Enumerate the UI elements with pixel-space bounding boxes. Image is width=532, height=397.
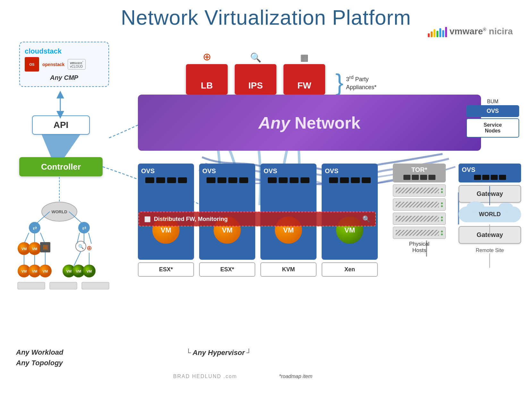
hyp-ovs-4: OVS xyxy=(325,167,338,175)
svg-text:VM: VM xyxy=(87,269,92,273)
hypervisor-name-esx2: ESX* xyxy=(199,262,255,277)
svg-text:VM: VM xyxy=(21,269,27,273)
svg-line-15 xyxy=(89,233,91,244)
svg-point-16 xyxy=(18,242,30,255)
svg-line-10 xyxy=(24,233,29,244)
svg-point-6 xyxy=(29,222,40,233)
gateway-column: OVS Gateway WORLD Gateway Remote Site xyxy=(459,164,521,253)
svg-text:VM: VM xyxy=(43,269,48,273)
roadmap-note: *roadmap item xyxy=(279,374,312,379)
svg-line-28 xyxy=(74,251,81,266)
lb-appliance: ⊕ LB xyxy=(186,51,228,95)
service-nodes-section: BUM OVS ServiceNodes xyxy=(466,99,519,138)
svg-text:WORLD: WORLD xyxy=(51,209,67,214)
service-nodes-box: ServiceNodes xyxy=(466,118,519,138)
svg-line-12 xyxy=(40,233,45,244)
server-block-1 xyxy=(393,184,446,197)
svg-point-2 xyxy=(42,202,77,221)
cmp-label: Any CMP xyxy=(25,74,104,81)
network-label: Any Network xyxy=(258,113,360,132)
watermark: BRAD HEDLUND .com xyxy=(173,374,237,379)
svg-point-8 xyxy=(78,222,90,233)
gateway-ovs-label: OVS xyxy=(459,164,521,182)
svg-text:⇄: ⇄ xyxy=(33,225,37,231)
svg-rect-20 xyxy=(40,242,50,252)
appliances-section: ⊕ LB 🔍 IPS ▦ FW } 3rd PartyAppliances* xyxy=(186,51,376,95)
logo-bars-icon xyxy=(428,26,447,37)
tor-label: TOR* xyxy=(393,164,446,182)
svg-point-22 xyxy=(76,241,86,251)
hyp-ovs-3: OVS xyxy=(264,167,277,175)
svg-text:▦: ▦ xyxy=(43,244,48,250)
server-block-4 xyxy=(393,227,446,239)
svg-point-34 xyxy=(39,265,52,277)
hypervisor-name-kvm: KVM xyxy=(260,262,317,277)
svg-point-32 xyxy=(28,265,41,277)
svg-point-40 xyxy=(83,265,96,277)
svg-text:🔍: 🔍 xyxy=(78,244,84,249)
svg-point-36 xyxy=(63,265,75,277)
physical-hosts-label: Physical Hosts xyxy=(393,241,446,254)
hypervisor-name-xen: Xen xyxy=(322,262,378,277)
server-block-2 xyxy=(393,198,446,211)
svg-rect-43 xyxy=(50,282,77,289)
hyp-ovs-2: OVS xyxy=(202,167,216,175)
svg-text:VM: VM xyxy=(66,269,72,273)
svg-marker-1 xyxy=(42,135,80,158)
svg-line-4 xyxy=(35,212,50,224)
hyp-ovs-1: OVS xyxy=(141,167,155,175)
svg-text:VM: VM xyxy=(21,247,27,251)
svg-point-38 xyxy=(72,265,85,277)
svg-rect-42 xyxy=(18,282,45,289)
dist-fw-banner: ▦ Distributed FW, Monitoring 🔍 xyxy=(139,212,376,226)
svg-text:VM: VM xyxy=(76,269,81,273)
controller-box: Controller xyxy=(19,157,103,176)
cmp-icons-row: OS openstack vmware*vCLOUD xyxy=(25,57,104,72)
svg-text:⊕: ⊕ xyxy=(87,244,92,251)
svg-rect-44 xyxy=(82,282,109,289)
server-block-3 xyxy=(393,213,446,225)
svg-point-18 xyxy=(28,242,41,255)
hypervisor-name-esx1: ESX* xyxy=(138,262,194,277)
third-party-label: } 3rd PartyAppliances* xyxy=(335,71,376,95)
network-band: Any Network xyxy=(138,95,481,151)
world-cloud: WORLD xyxy=(459,207,521,222)
svg-text:VM: VM xyxy=(32,269,38,273)
nicira-text: nicira xyxy=(489,26,513,37)
cmp-box: cloudstack OS openstack vmware*vCLOUD An… xyxy=(19,42,109,87)
svg-line-5 xyxy=(69,212,83,224)
ovs-service-label: OVS xyxy=(466,105,519,117)
openstack-label: openstack xyxy=(42,62,64,67)
any-hypervisor-section: └ Any Hypervisor ┘ xyxy=(186,349,251,357)
remote-site-label: Remote Site xyxy=(459,248,521,253)
bum-label: BUM xyxy=(466,99,519,105)
cloudstack-logo: cloudstack xyxy=(25,47,104,55)
openstack-cube-icon: OS xyxy=(25,57,39,72)
api-box: API xyxy=(32,115,90,135)
gateway-2-box: Gateway xyxy=(459,226,521,244)
vmware-vcloud-label: vmware*vCLOUD xyxy=(68,59,85,70)
physical-hosts-section: TOR* Physical xyxy=(393,164,446,254)
vmware-nicira-logo: vmware® nicira xyxy=(428,26,513,37)
ips-appliance: 🔍 IPS xyxy=(235,52,276,95)
vmware-text: vmware® xyxy=(450,26,486,37)
gateway-1-box: Gateway xyxy=(459,185,521,203)
any-workload-label: Any Workload Any Topology xyxy=(16,347,63,368)
page-title: Network Virtualization Platform xyxy=(0,0,532,30)
svg-line-13 xyxy=(77,233,80,244)
fw-appliance: ▦ FW xyxy=(283,52,325,95)
svg-point-30 xyxy=(18,265,30,277)
svg-text:⇄: ⇄ xyxy=(82,225,86,231)
svg-text:VM: VM xyxy=(32,247,38,251)
